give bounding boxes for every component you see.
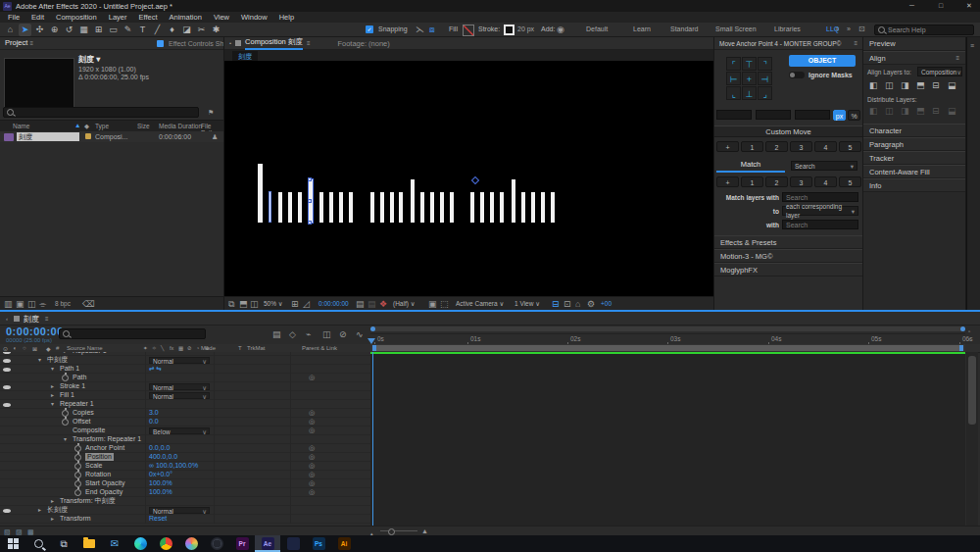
label-column-icon[interactable]: ◆ — [84, 123, 89, 130]
custom-move-add[interactable]: + — [716, 141, 739, 152]
view-layout-camera-select[interactable]: Active Camera ∨ — [456, 300, 504, 308]
match-3[interactable]: 3 — [790, 176, 812, 187]
stopwatch-icon[interactable] — [62, 419, 69, 426]
blend-mode-dropdown[interactable]: Normal∨ — [149, 507, 210, 515]
menu-view[interactable]: View — [214, 13, 229, 22]
resolution-select[interactable]: (Half) ∨ — [393, 300, 415, 308]
property-label[interactable]: Anchor Point — [85, 444, 124, 452]
y-offset-input[interactable] — [756, 110, 791, 120]
property-label[interactable]: Position — [85, 453, 114, 461]
workspace-small-screen[interactable]: Small Screen — [715, 25, 757, 32]
anchor-center[interactable]: + — [742, 72, 757, 85]
panel-moglyphfx[interactable]: MoglyphFX — [714, 263, 862, 276]
panel-info[interactable]: Info — [863, 178, 965, 192]
anchor-point-marker[interactable] — [471, 176, 479, 184]
menu-animation[interactable]: Animation — [170, 13, 202, 22]
taskbar-premiere-pro-icon[interactable]: Pr — [229, 535, 255, 552]
snapping-checkbox[interactable]: ✓ — [366, 25, 373, 33]
add-menu-icon[interactable]: ◉ — [557, 25, 564, 34]
menu-file[interactable]: File — [8, 13, 20, 22]
stopwatch-icon[interactable] — [62, 410, 69, 417]
panel-paragraph[interactable]: Paragraph — [863, 137, 965, 151]
hand-tool-icon[interactable]: ✣ — [33, 24, 46, 36]
type-tool-icon[interactable]: T — [136, 24, 149, 36]
stroke-label[interactable]: Stroke: — [478, 25, 500, 32]
frame-blend-icon[interactable]: ◫ — [322, 329, 331, 339]
blend-mode-dropdown[interactable]: Normal∨ — [149, 392, 210, 400]
lock-icon[interactable] — [235, 40, 241, 46]
timeline-row-position[interactable]: Position400.0,0.0◎ — [0, 453, 370, 462]
cti-line[interactable] — [372, 352, 373, 526]
stopwatch-icon[interactable] — [74, 454, 81, 461]
align-left-icon[interactable]: ◧ — [869, 80, 878, 90]
anchor-top-center[interactable]: ⊤ — [742, 57, 757, 71]
region-of-interest-icon[interactable]: ◿ — [303, 299, 310, 309]
panel-tracker[interactable]: Tracker — [863, 151, 965, 165]
with-input[interactable]: Search — [782, 220, 858, 229]
property-label[interactable]: Rotation — [85, 471, 111, 478]
timeline-row-stroke-1[interactable]: ▸Stroke 1Normal∨ — [0, 382, 370, 391]
taskbar-photoshop-icon[interactable]: Ps — [306, 535, 331, 552]
anchor-bottom-center[interactable]: ⊥ — [742, 86, 757, 100]
menu-composition[interactable]: Composition — [56, 13, 97, 22]
align-h-center-icon[interactable]: ◫ — [885, 80, 894, 90]
tab-composition[interactable]: Composition 刻度 — [245, 37, 303, 50]
visibility-eye-icon[interactable] — [3, 359, 11, 363]
tab-footage[interactable]: Footage: (none) — [337, 39, 389, 48]
always-preview-icon[interactable]: ⧉ — [228, 299, 234, 309]
exposure-value[interactable]: +00 — [601, 300, 612, 307]
workspace-default[interactable]: Default — [586, 25, 608, 32]
current-time-display[interactable]: 0:00:00:00 — [6, 326, 64, 337]
timeline-zoom-slider[interactable] — [380, 530, 417, 531]
property-label[interactable]: Transform: Repeater 1 — [73, 435, 141, 443]
panel-character[interactable]: Character — [863, 124, 965, 137]
channels-icon[interactable]: ❖ — [379, 299, 387, 309]
taskbar-after-effects-icon[interactable]: Ae — [255, 535, 280, 552]
twirl-closed-icon[interactable]: ▸ — [51, 515, 54, 523]
stopwatch-icon[interactable] — [74, 463, 81, 470]
parent-link-column[interactable]: Parent & Link — [302, 345, 337, 351]
twirl-closed-icon[interactable]: ▸ — [51, 497, 54, 505]
property-label[interactable]: 长刻度 — [47, 506, 68, 514]
fill-label[interactable]: Fill — [449, 25, 458, 32]
ignore-masks-toggle[interactable] — [789, 72, 805, 78]
comp-viewer[interactable] — [224, 61, 713, 296]
sort-arrow-icon[interactable]: ▲ — [74, 122, 80, 128]
stroke-width-value[interactable]: 20 px — [517, 25, 534, 32]
property-label[interactable]: Scale — [85, 462, 103, 470]
panel-content-aware-fill[interactable]: Content-Aware Fill — [863, 165, 965, 178]
clone-stamp-tool-icon[interactable]: ♦ — [166, 24, 178, 36]
col-name[interactable]: Name — [13, 123, 29, 129]
timeline-row-composite[interactable]: CompositeBelow∨◎ — [0, 427, 370, 435]
rotate-tool-icon[interactable]: ↺ — [63, 24, 75, 36]
tab-close-icon[interactable]: ‹ — [6, 314, 8, 324]
property-label[interactable]: Path — [73, 374, 86, 381]
panel-align-header[interactable]: Align≡ — [863, 51, 965, 65]
parent-pickwhip-icon[interactable]: ◎ — [309, 409, 315, 417]
graph-editor-icon[interactable]: ∿ — [356, 329, 364, 339]
property-label[interactable]: Fill 1 — [60, 391, 74, 399]
hide-shy-icon[interactable]: ⌁ — [306, 329, 311, 339]
visibility-eye-icon[interactable] — [3, 385, 11, 389]
parent-pickwhip-icon[interactable]: ◎ — [309, 488, 315, 496]
comp-current-time[interactable]: 0:00:00:00 — [318, 300, 349, 307]
time-navigator[interactable] — [370, 326, 965, 331]
property-value[interactable]: 0.0,0.0 — [149, 444, 170, 452]
blend-mode-dropdown[interactable]: Normal∨ — [149, 383, 210, 391]
anchor-mid-left[interactable]: ⊢ — [726, 72, 741, 85]
custom-move-2[interactable]: 2 — [765, 141, 788, 152]
project-row[interactable]: 刻度 Composi... 0:00:06:00 ♟ — [0, 131, 223, 142]
pen-tool-icon[interactable]: ✎ — [122, 24, 134, 36]
snapshot-icon[interactable]: ▤ — [356, 299, 365, 309]
source-name-column[interactable]: Source Name — [67, 345, 103, 351]
stopwatch-icon[interactable] — [74, 480, 81, 487]
interpret-footage-icon[interactable]: ▥ — [4, 299, 13, 309]
parent-pickwhip-icon[interactable]: ◎ — [309, 374, 315, 381]
help-search-input[interactable]: Search Help — [874, 25, 974, 35]
custom-move-1[interactable]: 1 — [741, 141, 763, 152]
timeline-row-path[interactable]: Path◎ — [0, 374, 370, 382]
comp-flowchart-icon[interactable]: ⌂ — [575, 299, 580, 309]
parent-pickwhip-icon[interactable]: ◎ — [309, 427, 315, 434]
panel-menu-icon[interactable]: ≡ — [307, 38, 311, 48]
taskbar-file-explorer-icon[interactable] — [76, 535, 102, 552]
